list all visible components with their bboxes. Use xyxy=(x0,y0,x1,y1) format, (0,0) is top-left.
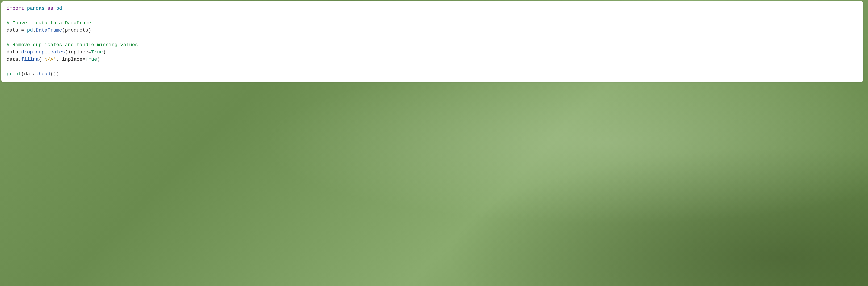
builtin-print: print xyxy=(7,71,21,77)
var-data: data xyxy=(7,57,18,62)
paren-open: ( xyxy=(62,28,65,33)
dot: . xyxy=(36,71,39,77)
paren-close: ) xyxy=(103,49,106,55)
keyword-as: as xyxy=(48,6,53,11)
bool-true: True xyxy=(85,57,97,62)
code-line-6: # Remove duplicates and handle missing v… xyxy=(7,41,858,48)
dot: . xyxy=(33,28,36,33)
op-eq: = xyxy=(88,49,91,55)
keyword-import: import xyxy=(7,6,24,11)
method-fillna: fillna xyxy=(21,57,39,62)
code-line-blank xyxy=(7,34,858,41)
paren-close: ) xyxy=(97,57,100,62)
arg-products: products xyxy=(65,28,88,33)
paren-open: ( xyxy=(21,71,24,77)
paren-close: ) xyxy=(56,71,59,77)
bool-true: True xyxy=(91,49,103,55)
code-line-10: print(data.head()) xyxy=(7,70,858,78)
code-line-blank xyxy=(7,12,858,20)
dot: . xyxy=(18,49,21,55)
op-eq: = xyxy=(83,57,85,62)
code-line-8: data.fillna('N/A', inplace=True) xyxy=(7,56,858,63)
alias-pd: pd xyxy=(56,6,62,11)
paren-open: ( xyxy=(50,71,53,77)
comment-convert: # Convert data to a DataFrame xyxy=(7,20,91,26)
code-line-4: data = pd.DataFrame(products) xyxy=(7,27,858,34)
var-data: data xyxy=(7,49,18,55)
code-line-3: # Convert data to a DataFrame xyxy=(7,20,858,27)
code-block: import pandas as pd # Convert data to a … xyxy=(1,1,863,82)
comma: , xyxy=(56,57,62,62)
dot: . xyxy=(18,57,21,62)
var-data: data xyxy=(7,28,18,33)
module-pandas: pandas xyxy=(27,6,44,11)
var-data: data xyxy=(24,71,36,77)
paren-open: ( xyxy=(39,57,42,62)
paren-close: ) xyxy=(53,71,56,77)
string-na: 'N/A' xyxy=(42,57,56,62)
method-head: head xyxy=(39,71,50,77)
comment-remove: # Remove duplicates and handle missing v… xyxy=(7,42,138,47)
param-inplace: inplace xyxy=(68,49,88,55)
param-inplace: inplace xyxy=(62,57,83,62)
code-line-1: import pandas as pd xyxy=(7,5,858,12)
method-drop-duplicates: drop_duplicates xyxy=(21,49,65,55)
code-line-blank xyxy=(7,63,858,70)
paren-open: ( xyxy=(65,49,68,55)
class-dataframe: DataFrame xyxy=(36,28,62,33)
code-line-7: data.drop_duplicates(inplace=True) xyxy=(7,48,858,56)
paren-close: ) xyxy=(88,28,91,33)
op-assign: = xyxy=(18,28,27,33)
ref-pd: pd xyxy=(27,28,33,33)
